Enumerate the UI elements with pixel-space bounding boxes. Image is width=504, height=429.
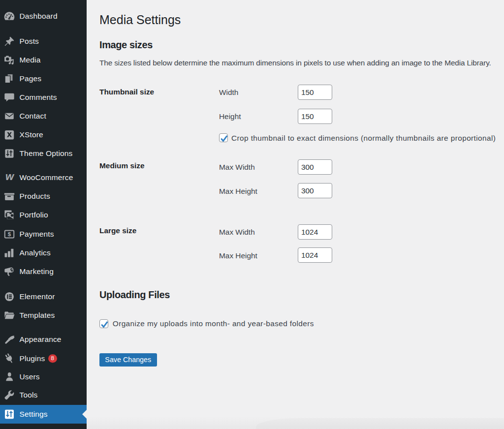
svg-text:w: w bbox=[5, 172, 15, 183]
svg-text:$: $ bbox=[8, 231, 11, 237]
